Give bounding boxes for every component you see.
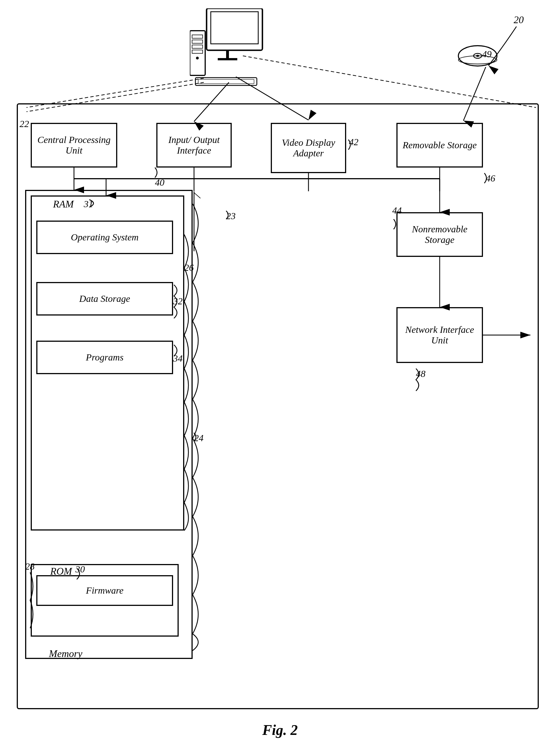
ref-44: 44 xyxy=(392,205,402,216)
nonremovable-storage-box: Nonremovable Storage xyxy=(396,212,483,257)
firmware-label: Firmware xyxy=(86,585,124,596)
niu-box: Network Interface Unit xyxy=(396,307,483,363)
io-label: Input/ Output Interface xyxy=(157,135,231,156)
os-label: Operating System xyxy=(71,232,139,243)
nonremovable-storage-label: Nonremovable Storage xyxy=(398,224,482,245)
computer-illustration xyxy=(190,8,279,86)
ref-42: 42 xyxy=(349,137,358,147)
ref-20: 20 xyxy=(514,14,524,26)
ref-22: 22 xyxy=(20,119,29,129)
ref-49: 49 xyxy=(482,49,492,59)
vda-box: Video Display Adapter xyxy=(271,123,346,173)
svg-rect-3 xyxy=(218,58,237,60)
vda-label: Video Display Adapter xyxy=(272,137,345,159)
ref-32: 32 xyxy=(173,296,183,306)
ref-46: 46 xyxy=(486,173,495,184)
figure-label: Fig. 2 xyxy=(262,722,298,738)
svg-rect-5 xyxy=(192,35,203,38)
svg-rect-7 xyxy=(192,45,203,48)
removable-storage-label: Removable Storage xyxy=(403,140,477,151)
ref-26: 26 xyxy=(184,262,194,273)
svg-rect-11 xyxy=(198,79,254,84)
svg-point-9 xyxy=(196,57,199,59)
svg-rect-1 xyxy=(211,12,258,44)
programs-label: Programs xyxy=(86,352,124,363)
svg-rect-8 xyxy=(192,50,203,53)
memory-label: Memory xyxy=(49,648,82,659)
ref-48: 48 xyxy=(416,369,425,379)
ref-30: 30 xyxy=(75,564,85,575)
ref-28: 28 xyxy=(25,561,35,572)
datastorage-label: Data Storage xyxy=(79,294,130,304)
io-box: Input/ Output Interface xyxy=(156,123,232,167)
ref-40: 40 xyxy=(155,177,164,188)
ref-34: 34 xyxy=(173,353,183,364)
diagram-container: 20 22 Central Processing Unit In xyxy=(0,0,560,755)
cpu-label: Central Processing Unit xyxy=(32,135,116,156)
programs-box: Programs xyxy=(36,341,173,374)
ref-31: 31 xyxy=(84,199,93,210)
removable-storage-box: Removable Storage xyxy=(396,123,483,167)
svg-rect-2 xyxy=(226,50,229,59)
datastorage-box: Data Storage xyxy=(36,282,173,316)
niu-label: Network Interface Unit xyxy=(398,324,482,346)
svg-rect-6 xyxy=(192,40,203,43)
cd-illustration xyxy=(457,45,499,67)
svg-rect-10 xyxy=(195,78,257,85)
cpu-box: Central Processing Unit xyxy=(31,123,117,167)
ram-label: RAM xyxy=(53,198,74,210)
firmware-box: Firmware xyxy=(36,575,173,606)
os-box: Operating System xyxy=(36,221,173,254)
ref-23: 23 xyxy=(226,211,236,221)
ref-24: 24 xyxy=(194,433,203,443)
